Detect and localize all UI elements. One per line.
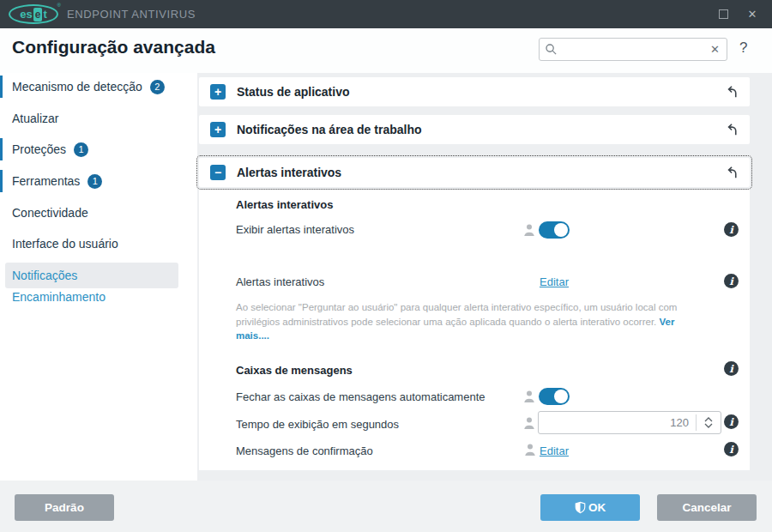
expand-icon[interactable]: + bbox=[210, 122, 226, 137]
user-permission-icon bbox=[522, 390, 536, 403]
uac-shield-icon bbox=[575, 501, 586, 514]
revert-to-default-icon[interactable] bbox=[724, 122, 739, 137]
alertas-interativos-label: Alertas interativos bbox=[236, 275, 324, 288]
default-button[interactable]: Padrão bbox=[15, 494, 114, 521]
sidebar-item-ferramentas[interactable]: Ferramentas 1 bbox=[0, 170, 197, 192]
info-icon[interactable]: i bbox=[724, 414, 739, 429]
ok-button-label: OK bbox=[588, 501, 606, 514]
user-permission-icon bbox=[523, 443, 537, 456]
tempo-exibicao-input[interactable] bbox=[539, 412, 696, 433]
stepper-down-icon[interactable] bbox=[704, 423, 713, 428]
attention-accent-bar bbox=[0, 76, 3, 98]
search-box[interactable]: ✕ bbox=[539, 38, 727, 61]
group-title: Caixas de mensagens bbox=[236, 364, 353, 377]
sidebar-item-label: Proteções bbox=[12, 142, 66, 156]
note-text: Ao selecionar "Perguntar ao usuário" par… bbox=[236, 302, 677, 327]
attention-accent-bar bbox=[0, 138, 3, 160]
status-badge: 2 bbox=[150, 80, 165, 94]
sidebar-item-protecoes[interactable]: Proteções 1 bbox=[0, 138, 197, 160]
logo-text: es bbox=[20, 9, 32, 20]
tempo-exibicao-label: Tempo de exibição em segundos bbox=[236, 418, 399, 431]
maximize-button[interactable] bbox=[709, 0, 738, 28]
header-band: Configuração avançada ✕ ? bbox=[0, 28, 772, 73]
toggle-knob bbox=[554, 390, 568, 403]
editar-mensagens-link[interactable]: Editar bbox=[540, 444, 569, 457]
ok-button[interactable]: OK bbox=[540, 494, 640, 521]
toggle-knob bbox=[554, 223, 568, 237]
stepper-up-icon[interactable] bbox=[704, 417, 713, 422]
sidebar-item-atualizar[interactable]: Atualizar bbox=[0, 107, 197, 130]
registered-mark: ® bbox=[57, 3, 61, 8]
info-icon[interactable]: i bbox=[724, 361, 739, 376]
exibir-alertas-toggle[interactable] bbox=[539, 221, 570, 239]
maximize-icon bbox=[719, 9, 728, 19]
sidebar-item-label: Encaminhamento bbox=[12, 290, 106, 304]
fechar-caixas-toggle[interactable] bbox=[539, 388, 570, 405]
logo-text: t bbox=[43, 9, 46, 20]
revert-to-default-icon[interactable] bbox=[724, 165, 739, 180]
sidebar-item-label: Mecanismo de detecção bbox=[12, 80, 142, 94]
section-alertas-interativos[interactable]: − Alertas interativos bbox=[199, 158, 750, 187]
sidebar-item-mecanismo-de-deteccao[interactable]: Mecanismo de detecção 2 bbox=[0, 76, 197, 98]
editar-alertas-link[interactable]: Editar bbox=[540, 275, 569, 288]
window-titlebar: es e t ® ENDPOINT ANTIVIRUS ✕ bbox=[0, 0, 772, 28]
help-button[interactable]: ? bbox=[739, 39, 747, 57]
search-input[interactable] bbox=[558, 42, 709, 57]
section-label: Notificações na área de trabalho bbox=[237, 123, 422, 136]
sidebar-item-label: Interface do usuário bbox=[12, 237, 118, 251]
cancel-button-label: Cancelar bbox=[682, 501, 731, 514]
description-note: Ao selecionar "Perguntar ao usuário" par… bbox=[236, 300, 709, 343]
sidebar-item-notificacoes[interactable]: Notificações bbox=[5, 263, 178, 288]
exibir-alertas-label: Exibir alertas interativos bbox=[236, 223, 354, 236]
sidebar-item-label: Notificações bbox=[12, 269, 77, 282]
user-permission-icon bbox=[522, 416, 536, 430]
footer-bar: Padrão OK Cancelar bbox=[0, 481, 772, 532]
group-title: Alertas interativos bbox=[236, 198, 333, 211]
section-label: Alertas interativos bbox=[237, 166, 341, 179]
sidebar-item-label: Atualizar bbox=[12, 112, 58, 125]
logo-text-box: e bbox=[33, 8, 43, 21]
eset-settings-window: es e t ® ENDPOINT ANTIVIRUS ✕ Configuraç… bbox=[0, 0, 772, 532]
expand-icon[interactable]: + bbox=[210, 84, 226, 100]
mensagens-confirmacao-label: Mensagens de confirmação bbox=[236, 444, 373, 457]
section-status-de-aplicativo[interactable]: + Status de aplicativo bbox=[199, 77, 750, 106]
sidebar: Mecanismo de detecção 2 Atualizar Proteç… bbox=[0, 73, 197, 481]
alertas-interativos-panel: Alertas interativos Exibir alertas inter… bbox=[199, 190, 750, 470]
sidebar-item-encaminhamento[interactable]: Encaminhamento bbox=[0, 287, 197, 306]
close-button[interactable]: ✕ bbox=[738, 0, 767, 28]
eset-logo: es e t ® bbox=[9, 4, 58, 24]
number-stepper[interactable] bbox=[697, 412, 721, 433]
info-icon[interactable]: i bbox=[724, 274, 739, 288]
app-title: ENDPOINT ANTIVIRUS bbox=[67, 8, 196, 21]
fechar-caixas-label: Fechar as caixas de mensagens automatica… bbox=[236, 390, 486, 403]
status-badge: 1 bbox=[87, 174, 102, 189]
sidebar-item-label: Conectividade bbox=[12, 206, 88, 220]
cancel-button[interactable]: Cancelar bbox=[657, 494, 757, 521]
close-icon: ✕ bbox=[748, 8, 757, 21]
status-badge: 1 bbox=[74, 142, 88, 157]
user-permission-icon bbox=[522, 223, 536, 237]
default-button-label: Padrão bbox=[45, 501, 84, 514]
search-icon bbox=[545, 43, 558, 56]
section-notificacoes-area-trabalho[interactable]: + Notificações na área de trabalho bbox=[199, 115, 750, 144]
info-icon[interactable]: i bbox=[724, 442, 739, 456]
revert-to-default-icon[interactable] bbox=[724, 84, 739, 100]
sidebar-item-conectividade[interactable]: Conectividade bbox=[0, 202, 197, 224]
attention-accent-bar bbox=[0, 170, 3, 192]
clear-search-icon[interactable]: ✕ bbox=[709, 43, 721, 56]
section-label: Status de aplicativo bbox=[237, 85, 349, 99]
sidebar-item-label: Ferramentas bbox=[12, 174, 80, 188]
sidebar-item-interface-do-usuario[interactable]: Interface do usuário bbox=[0, 233, 197, 255]
page-title: Configuração avançada bbox=[12, 37, 215, 57]
tempo-exibicao-input-group bbox=[538, 411, 721, 434]
info-icon[interactable]: i bbox=[724, 222, 739, 237]
collapse-icon[interactable]: − bbox=[210, 165, 226, 180]
